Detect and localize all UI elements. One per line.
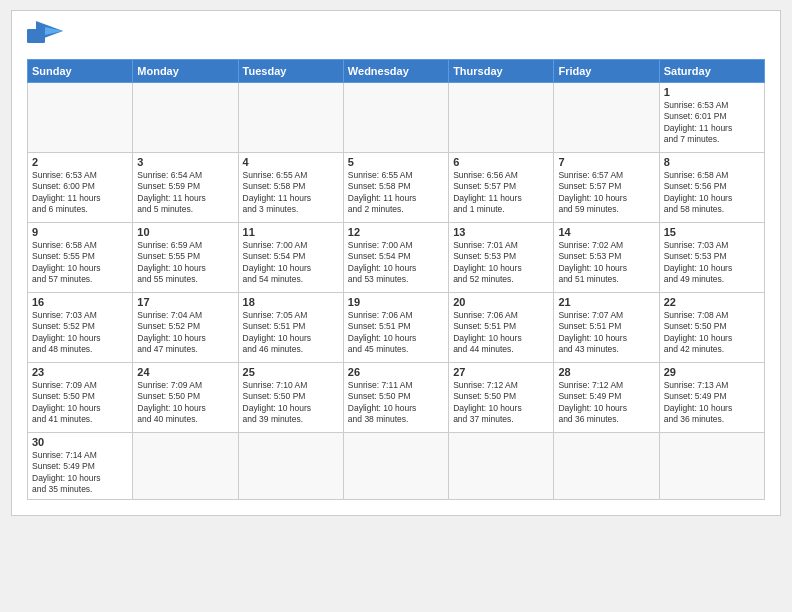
logo-icon [27, 21, 63, 51]
day-info: Sunrise: 6:53 AM Sunset: 6:01 PM Dayligh… [664, 100, 760, 146]
logo [27, 21, 67, 51]
day-number: 3 [137, 156, 233, 168]
calendar-cell: 2Sunrise: 6:53 AM Sunset: 6:00 PM Daylig… [28, 153, 133, 223]
calendar-cell: 28Sunrise: 7:12 AM Sunset: 5:49 PM Dayli… [554, 363, 659, 433]
calendar-cell [133, 83, 238, 153]
day-info: Sunrise: 7:08 AM Sunset: 5:50 PM Dayligh… [664, 310, 760, 356]
day-number: 21 [558, 296, 654, 308]
day-number: 9 [32, 226, 128, 238]
day-header-monday: Monday [133, 60, 238, 83]
day-number: 12 [348, 226, 444, 238]
day-info: Sunrise: 7:01 AM Sunset: 5:53 PM Dayligh… [453, 240, 549, 286]
calendar-cell: 14Sunrise: 7:02 AM Sunset: 5:53 PM Dayli… [554, 223, 659, 293]
day-number: 23 [32, 366, 128, 378]
day-info: Sunrise: 6:58 AM Sunset: 5:56 PM Dayligh… [664, 170, 760, 216]
day-number: 7 [558, 156, 654, 168]
calendar-cell: 11Sunrise: 7:00 AM Sunset: 5:54 PM Dayli… [238, 223, 343, 293]
day-header-saturday: Saturday [659, 60, 764, 83]
day-number: 4 [243, 156, 339, 168]
calendar-cell [449, 83, 554, 153]
calendar-cell: 9Sunrise: 6:58 AM Sunset: 5:55 PM Daylig… [28, 223, 133, 293]
day-info: Sunrise: 7:09 AM Sunset: 5:50 PM Dayligh… [137, 380, 233, 426]
calendar-cell: 25Sunrise: 7:10 AM Sunset: 5:50 PM Dayli… [238, 363, 343, 433]
day-info: Sunrise: 6:57 AM Sunset: 5:57 PM Dayligh… [558, 170, 654, 216]
day-info: Sunrise: 7:03 AM Sunset: 5:53 PM Dayligh… [664, 240, 760, 286]
day-number: 11 [243, 226, 339, 238]
calendar-cell [238, 433, 343, 500]
day-number: 25 [243, 366, 339, 378]
calendar-cell: 13Sunrise: 7:01 AM Sunset: 5:53 PM Dayli… [449, 223, 554, 293]
day-info: Sunrise: 7:07 AM Sunset: 5:51 PM Dayligh… [558, 310, 654, 356]
day-header-wednesday: Wednesday [343, 60, 448, 83]
calendar-cell: 5Sunrise: 6:55 AM Sunset: 5:58 PM Daylig… [343, 153, 448, 223]
week-row-3: 9Sunrise: 6:58 AM Sunset: 5:55 PM Daylig… [28, 223, 765, 293]
day-info: Sunrise: 7:05 AM Sunset: 5:51 PM Dayligh… [243, 310, 339, 356]
calendar-cell: 26Sunrise: 7:11 AM Sunset: 5:50 PM Dayli… [343, 363, 448, 433]
calendar-cell: 19Sunrise: 7:06 AM Sunset: 5:51 PM Dayli… [343, 293, 448, 363]
day-number: 19 [348, 296, 444, 308]
day-number: 29 [664, 366, 760, 378]
day-info: Sunrise: 7:13 AM Sunset: 5:49 PM Dayligh… [664, 380, 760, 426]
calendar-cell: 24Sunrise: 7:09 AM Sunset: 5:50 PM Dayli… [133, 363, 238, 433]
day-number: 14 [558, 226, 654, 238]
calendar-body: 1Sunrise: 6:53 AM Sunset: 6:01 PM Daylig… [28, 83, 765, 500]
day-number: 15 [664, 226, 760, 238]
calendar-cell: 8Sunrise: 6:58 AM Sunset: 5:56 PM Daylig… [659, 153, 764, 223]
day-info: Sunrise: 7:06 AM Sunset: 5:51 PM Dayligh… [453, 310, 549, 356]
calendar-cell [28, 83, 133, 153]
calendar-cell [238, 83, 343, 153]
calendar-cell: 29Sunrise: 7:13 AM Sunset: 5:49 PM Dayli… [659, 363, 764, 433]
calendar-cell: 6Sunrise: 6:56 AM Sunset: 5:57 PM Daylig… [449, 153, 554, 223]
day-info: Sunrise: 6:53 AM Sunset: 6:00 PM Dayligh… [32, 170, 128, 216]
day-info: Sunrise: 6:59 AM Sunset: 5:55 PM Dayligh… [137, 240, 233, 286]
day-number: 6 [453, 156, 549, 168]
day-number: 22 [664, 296, 760, 308]
day-header-tuesday: Tuesday [238, 60, 343, 83]
day-number: 30 [32, 436, 128, 448]
day-number: 2 [32, 156, 128, 168]
calendar-cell: 23Sunrise: 7:09 AM Sunset: 5:50 PM Dayli… [28, 363, 133, 433]
calendar-cell [449, 433, 554, 500]
calendar-cell: 15Sunrise: 7:03 AM Sunset: 5:53 PM Dayli… [659, 223, 764, 293]
day-info: Sunrise: 7:02 AM Sunset: 5:53 PM Dayligh… [558, 240, 654, 286]
calendar-cell [554, 83, 659, 153]
calendar-cell: 12Sunrise: 7:00 AM Sunset: 5:54 PM Dayli… [343, 223, 448, 293]
day-info: Sunrise: 7:12 AM Sunset: 5:50 PM Dayligh… [453, 380, 549, 426]
day-info: Sunrise: 7:09 AM Sunset: 5:50 PM Dayligh… [32, 380, 128, 426]
day-number: 28 [558, 366, 654, 378]
calendar-cell: 27Sunrise: 7:12 AM Sunset: 5:50 PM Dayli… [449, 363, 554, 433]
day-info: Sunrise: 7:03 AM Sunset: 5:52 PM Dayligh… [32, 310, 128, 356]
week-row-1: 1Sunrise: 6:53 AM Sunset: 6:01 PM Daylig… [28, 83, 765, 153]
calendar-cell: 1Sunrise: 6:53 AM Sunset: 6:01 PM Daylig… [659, 83, 764, 153]
calendar-cell [659, 433, 764, 500]
day-number: 26 [348, 366, 444, 378]
day-number: 13 [453, 226, 549, 238]
calendar-cell: 18Sunrise: 7:05 AM Sunset: 5:51 PM Dayli… [238, 293, 343, 363]
week-row-5: 23Sunrise: 7:09 AM Sunset: 5:50 PM Dayli… [28, 363, 765, 433]
calendar-cell [343, 433, 448, 500]
day-info: Sunrise: 6:55 AM Sunset: 5:58 PM Dayligh… [348, 170, 444, 216]
calendar-cell [343, 83, 448, 153]
day-number: 17 [137, 296, 233, 308]
day-number: 24 [137, 366, 233, 378]
day-info: Sunrise: 6:54 AM Sunset: 5:59 PM Dayligh… [137, 170, 233, 216]
day-number: 18 [243, 296, 339, 308]
calendar-cell: 16Sunrise: 7:03 AM Sunset: 5:52 PM Dayli… [28, 293, 133, 363]
calendar-cell: 3Sunrise: 6:54 AM Sunset: 5:59 PM Daylig… [133, 153, 238, 223]
week-row-2: 2Sunrise: 6:53 AM Sunset: 6:00 PM Daylig… [28, 153, 765, 223]
calendar-cell [133, 433, 238, 500]
day-info: Sunrise: 6:55 AM Sunset: 5:58 PM Dayligh… [243, 170, 339, 216]
day-number: 5 [348, 156, 444, 168]
day-info: Sunrise: 7:10 AM Sunset: 5:50 PM Dayligh… [243, 380, 339, 426]
day-info: Sunrise: 7:14 AM Sunset: 5:49 PM Dayligh… [32, 450, 128, 496]
day-info: Sunrise: 7:04 AM Sunset: 5:52 PM Dayligh… [137, 310, 233, 356]
calendar-cell: 17Sunrise: 7:04 AM Sunset: 5:52 PM Dayli… [133, 293, 238, 363]
day-info: Sunrise: 7:06 AM Sunset: 5:51 PM Dayligh… [348, 310, 444, 356]
calendar-cell: 4Sunrise: 6:55 AM Sunset: 5:58 PM Daylig… [238, 153, 343, 223]
calendar-cell [554, 433, 659, 500]
day-info: Sunrise: 7:11 AM Sunset: 5:50 PM Dayligh… [348, 380, 444, 426]
day-info: Sunrise: 7:00 AM Sunset: 5:54 PM Dayligh… [348, 240, 444, 286]
calendar-cell: 7Sunrise: 6:57 AM Sunset: 5:57 PM Daylig… [554, 153, 659, 223]
day-number: 27 [453, 366, 549, 378]
day-header-sunday: Sunday [28, 60, 133, 83]
